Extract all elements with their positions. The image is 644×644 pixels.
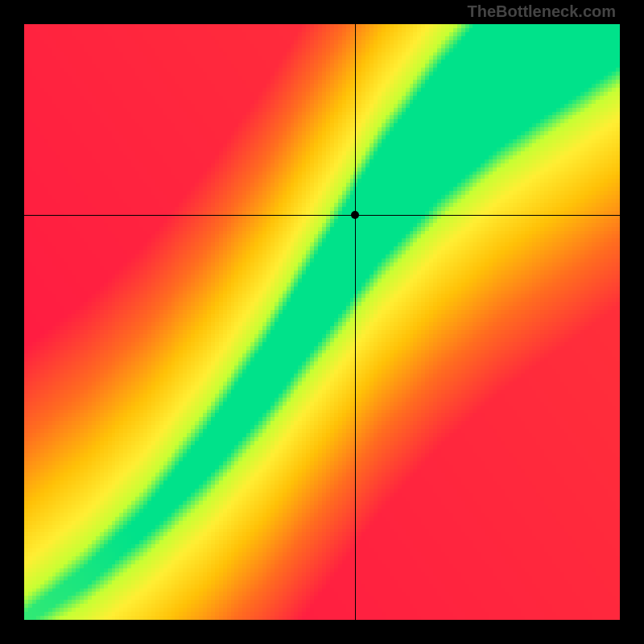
crosshair-horizontal (24, 215, 620, 216)
watermark-text: TheBottleneck.com (468, 2, 616, 21)
heatmap-canvas (24, 24, 620, 620)
heatmap-plot (24, 24, 620, 620)
chart-container: TheBottleneck.com (0, 0, 644, 644)
crosshair-vertical (355, 24, 356, 620)
marker-dot (351, 211, 359, 219)
